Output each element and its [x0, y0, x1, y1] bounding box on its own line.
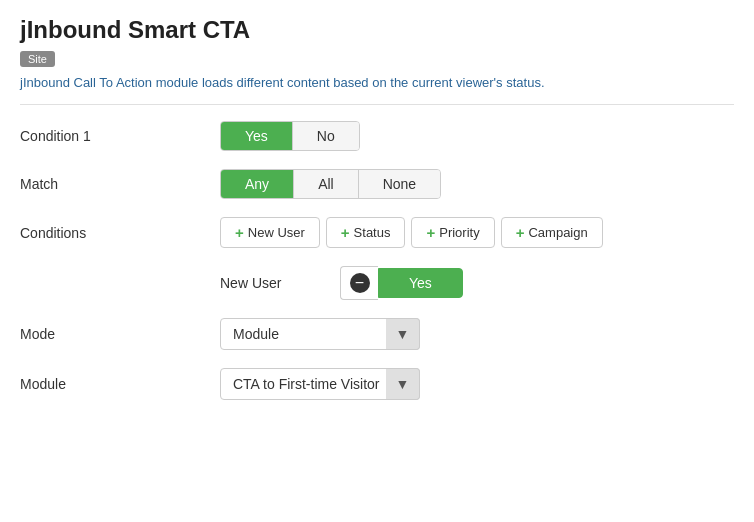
match-any-btn[interactable]: Any: [221, 170, 294, 198]
conditions-label: Conditions: [20, 225, 220, 241]
form-section: Condition 1 Yes No Match Any All None Co…: [20, 121, 734, 400]
module-select[interactable]: CTA to First-time Visitor: [220, 368, 420, 400]
plus-icon: +: [341, 224, 350, 241]
mode-label: Mode: [20, 326, 220, 342]
page-title: jInbound Smart CTA: [20, 16, 734, 44]
priority-btn-label: Priority: [439, 225, 479, 240]
condition1-controls: Yes No: [220, 121, 360, 151]
condition1-toggle-group: Yes No: [220, 121, 360, 151]
match-controls: Any All None: [220, 169, 441, 199]
new-user-condition-btn[interactable]: + New User: [220, 217, 320, 248]
remove-new-user-btn[interactable]: −: [340, 266, 378, 300]
match-toggle-group: Any All None: [220, 169, 441, 199]
module-select-wrapper: CTA to First-time Visitor ▼: [220, 368, 420, 400]
page-container: jInbound Smart CTA Site jInbound Call To…: [0, 0, 754, 434]
plus-icon: +: [516, 224, 525, 241]
plus-icon: +: [426, 224, 435, 241]
match-none-btn[interactable]: None: [359, 170, 440, 198]
mode-select-wrapper: Module ▼: [220, 318, 420, 350]
mode-select[interactable]: Module: [220, 318, 420, 350]
match-row: Match Any All None: [20, 169, 734, 199]
module-row: Module CTA to First-time Visitor ▼: [20, 368, 734, 400]
new-user-value-label: New User: [220, 275, 340, 291]
module-controls: CTA to First-time Visitor ▼: [220, 368, 420, 400]
plus-icon: +: [235, 224, 244, 241]
new-user-value-row: New User − Yes: [220, 266, 734, 300]
module-label: Module: [20, 376, 220, 392]
conditions-row: Conditions + New User + Status + Priorit…: [20, 217, 734, 248]
condition1-no-btn[interactable]: No: [293, 122, 359, 150]
campaign-btn-label: Campaign: [528, 225, 587, 240]
status-condition-btn[interactable]: + Status: [326, 217, 406, 248]
new-user-yes-btn[interactable]: Yes: [378, 268, 463, 298]
mode-controls: Module ▼: [220, 318, 420, 350]
mode-row: Mode Module ▼: [20, 318, 734, 350]
condition1-label: Condition 1: [20, 128, 220, 144]
campaign-condition-btn[interactable]: + Campaign: [501, 217, 603, 248]
site-badge: Site: [20, 51, 55, 67]
match-label: Match: [20, 176, 220, 192]
condition1-row: Condition 1 Yes No: [20, 121, 734, 151]
new-user-btn-label: New User: [248, 225, 305, 240]
condition1-yes-btn[interactable]: Yes: [221, 122, 293, 150]
priority-condition-btn[interactable]: + Priority: [411, 217, 494, 248]
conditions-controls: + New User + Status + Priority + Campaig…: [220, 217, 603, 248]
match-all-btn[interactable]: All: [294, 170, 359, 198]
page-description: jInbound Call To Action module loads dif…: [20, 75, 734, 105]
minus-circle-icon: −: [350, 273, 370, 293]
status-btn-label: Status: [354, 225, 391, 240]
